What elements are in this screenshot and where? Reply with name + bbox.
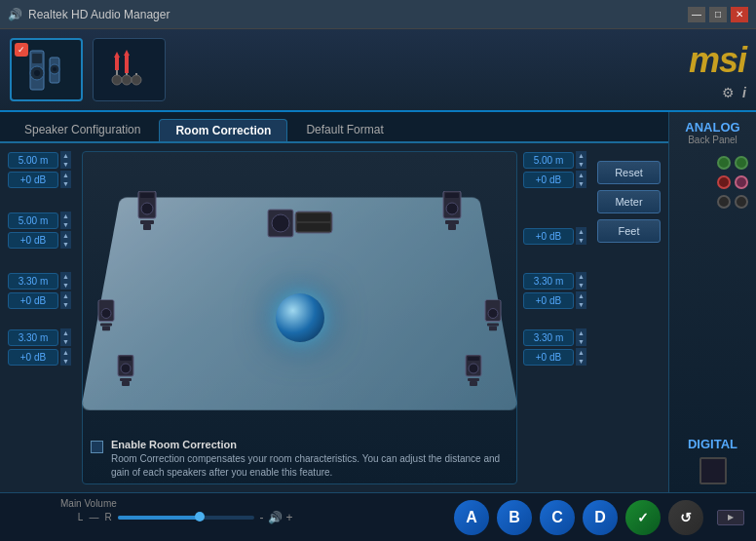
right-distance-4-down[interactable]: ▼	[576, 337, 586, 346]
right-gain-1-value: +0 dB	[523, 172, 574, 188]
left-gain-4-down[interactable]: ▼	[60, 357, 71, 366]
speaker-rear-left	[117, 355, 134, 391]
enable-room-correction-text: Enable Room Correction Room Correction c…	[111, 439, 509, 480]
volume-slider[interactable]	[118, 516, 254, 520]
jack-red-right[interactable]	[717, 175, 731, 189]
jack-row-2	[677, 175, 748, 189]
right-gain-1-up[interactable]: ▲	[576, 171, 586, 179]
svg-point-47	[488, 309, 498, 319]
right-distance-3-down[interactable]: ▼	[576, 281, 586, 290]
jack-black-right[interactable]	[717, 195, 731, 209]
button-a[interactable]: A	[454, 500, 489, 535]
svg-point-6	[53, 67, 57, 71]
reset-button[interactable]: Reset	[597, 161, 661, 184]
enable-room-correction-checkbox[interactable]	[91, 441, 103, 453]
right-control-group-3: 3.30 m ▲ ▼ +0 dB ▲ ▼	[523, 272, 591, 309]
left-control-group-1: 5.00 m ▲ ▼ +0 dB ▲ ▼	[8, 151, 76, 188]
jack-black-left[interactable]	[735, 195, 748, 209]
left-distance-4-down[interactable]: ▼	[60, 337, 71, 346]
digital-port[interactable]	[699, 457, 727, 484]
right-gain-1-down[interactable]: ▼	[576, 179, 586, 188]
enable-room-correction-area: Enable Room Correction Room Correction c…	[91, 439, 509, 480]
tabs: Speaker Configuration Room Correction De…	[0, 112, 668, 143]
right-gain-4-down[interactable]: ▼	[576, 357, 586, 366]
left-distance-3-down[interactable]: ▼	[60, 281, 71, 290]
maximize-button[interactable]: □	[709, 7, 727, 22]
left-gain-4-up[interactable]: ▲	[60, 348, 71, 357]
app-icon: 🔊	[8, 8, 22, 21]
svg-rect-44	[100, 324, 112, 327]
room-content: 5.00 m ▲ ▼ +0 dB ▲ ▼	[0, 143, 668, 492]
left-gain-1-value: +0 dB	[8, 172, 58, 188]
right-gain-3-up[interactable]: ▲	[576, 291, 586, 300]
left-distance-1-up[interactable]: ▲	[60, 151, 71, 160]
right-distance-3-up[interactable]: ▲	[576, 272, 586, 281]
tab-speaker-configuration[interactable]: Speaker Configuration	[8, 118, 157, 141]
left-gain-1-down[interactable]: ▼	[60, 179, 71, 188]
tab-room-correction[interactable]: Room Correction	[159, 119, 287, 141]
left-distance-3-up[interactable]: ▲	[60, 272, 71, 281]
svg-rect-36	[122, 381, 130, 386]
vol-speaker-icon: 🔊	[268, 511, 283, 524]
cable-icon-box[interactable]	[93, 38, 166, 101]
svg-rect-34	[120, 357, 132, 361]
right-gain-2-up[interactable]: ▲	[576, 227, 586, 236]
left-controls: 5.00 m ▲ ▼ +0 dB ▲ ▼	[8, 151, 76, 484]
left-gain-3-up[interactable]: ▲	[60, 291, 71, 300]
info-icon[interactable]: i	[742, 85, 746, 100]
bottom-right-icon[interactable]: ▶	[717, 510, 744, 525]
meter-button[interactable]: Meter	[597, 190, 661, 213]
volume-section: Main Volume L — R - 🔊 +	[12, 511, 293, 524]
speaker-front-left	[136, 191, 158, 235]
right-distance-1-up[interactable]: ▲	[576, 151, 586, 160]
left-distance-2-up[interactable]: ▲	[60, 212, 71, 220]
button-b[interactable]: B	[497, 500, 532, 535]
right-distance-1-down[interactable]: ▼	[576, 160, 586, 169]
right-gain-4-up[interactable]: ▲	[576, 348, 586, 357]
left-distance-4-up[interactable]: ▲	[60, 328, 71, 337]
jack-row-3	[677, 195, 748, 209]
volume-fill	[118, 516, 200, 520]
svg-rect-39	[468, 357, 479, 361]
left-gain-2-up[interactable]: ▲	[60, 231, 71, 240]
right-distance-4-up[interactable]: ▲	[576, 328, 586, 337]
right-controls: 5.00 m ▲ ▼ +0 dB ▲ ▼	[523, 151, 591, 484]
left-gain-3-down[interactable]: ▼	[60, 300, 71, 309]
title-bar-controls: — □ ✕	[688, 7, 748, 22]
left-gain-1-up[interactable]: ▲	[60, 171, 71, 179]
jack-green-left[interactable]	[735, 156, 748, 170]
speaker-icon-box[interactable]: ✓	[10, 38, 83, 101]
jack-green-right[interactable]	[717, 156, 731, 170]
header-icons: ✓	[10, 38, 166, 101]
right-gain-2-down[interactable]: ▼	[576, 236, 586, 245]
left-gain-2-value: +0 dB	[8, 232, 58, 249]
feet-button[interactable]: Feet	[597, 219, 661, 243]
left-gain-2-down[interactable]: ▼	[60, 240, 71, 249]
settings-icon[interactable]: ⚙	[722, 85, 735, 100]
volume-thumb[interactable]	[195, 512, 205, 522]
right-gain-3-down[interactable]: ▼	[576, 300, 586, 309]
ok-button[interactable]: ✓	[625, 500, 661, 535]
right-distance-4-value: 3.30 m	[523, 329, 574, 346]
right-control-group-1: 5.00 m ▲ ▼ +0 dB ▲ ▼	[523, 151, 591, 188]
left-distance-4: 3.30 m ▲ ▼	[8, 328, 76, 346]
back-panel-label: Back Panel	[677, 135, 748, 145]
tab-default-format[interactable]: Default Format	[289, 118, 399, 141]
cancel-button[interactable]: ↺	[668, 500, 703, 535]
right-gain-3: +0 dB ▲ ▼	[523, 291, 591, 309]
right-gain-2: +0 dB ▲ ▼	[523, 227, 591, 245]
button-d[interactable]: D	[583, 500, 618, 535]
close-button[interactable]: ✕	[731, 7, 748, 22]
button-c[interactable]: C	[540, 500, 575, 535]
enable-room-correction-description: Room Correction compensates your room ch…	[111, 452, 509, 480]
left-distance-3: 3.30 m ▲ ▼	[8, 272, 76, 290]
svg-point-33	[121, 364, 131, 373]
right-distance-3: 3.30 m ▲ ▼	[523, 272, 591, 290]
l-label: L	[78, 512, 84, 522]
left-distance-1-down[interactable]: ▼	[60, 160, 71, 169]
left-distance-2-down[interactable]: ▼	[60, 220, 71, 229]
jack-pink-left[interactable]	[735, 175, 748, 189]
speaker-side-right	[484, 300, 502, 336]
minimize-button[interactable]: —	[688, 7, 705, 22]
header: ✓	[0, 29, 756, 112]
